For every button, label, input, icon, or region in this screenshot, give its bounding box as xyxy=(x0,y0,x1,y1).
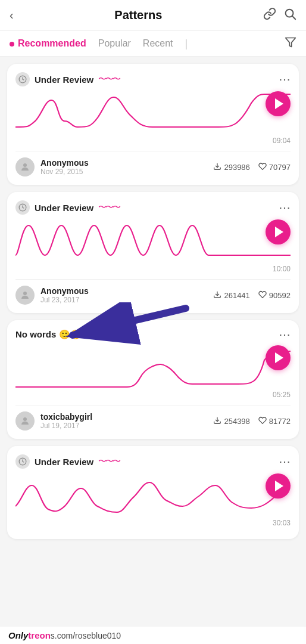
card-header-3: No words 🙂🤭 〜〜〜 ⋯ xyxy=(15,329,291,340)
download-stat-2: 261441 xyxy=(213,290,249,301)
waveform-area-2: 10:00 xyxy=(15,219,291,273)
svg-point-7 xyxy=(23,292,27,295)
play-button-3[interactable] xyxy=(266,345,291,370)
user-name-1: Anonymous xyxy=(40,158,89,168)
header-icons xyxy=(263,7,296,23)
waveform-area-3: 05:25 xyxy=(15,345,291,399)
more-options-3[interactable]: ⋯ xyxy=(279,329,291,340)
cards-list: Under Review 〜〜〜 ⋯ 09:04 Anonymous Nov 2… xyxy=(0,57,306,546)
user-name-2: Anonymous xyxy=(40,286,89,296)
user-date-3: Jul 19, 2017 xyxy=(40,422,92,430)
card-header-4: Under Review 〜〜〜 ⋯ xyxy=(15,454,291,469)
play-button-1[interactable] xyxy=(266,91,291,116)
pattern-card-1: Under Review 〜〜〜 ⋯ 09:04 Anonymous Nov 2… xyxy=(7,64,299,185)
card-footer-1: Anonymous Nov 29, 2015 293986 70797 xyxy=(15,151,291,177)
play-button-2[interactable] xyxy=(266,219,291,244)
duration-3: 05:25 xyxy=(273,391,291,399)
watermark-bar: Onlytreons.com/roseblue010 xyxy=(0,627,306,644)
card-title-2: Under Review xyxy=(35,203,93,213)
more-options-1[interactable]: ⋯ xyxy=(279,73,291,85)
heart-icon-2 xyxy=(258,290,267,301)
card3-wrapper: No words 🙂🤭 〜〜〜 ⋯ 05:25 toxicbabygirl J xyxy=(7,320,299,439)
user-date-2: Jul 23, 2017 xyxy=(40,296,89,304)
wave-decoration-3: 〜〜〜 xyxy=(86,329,108,340)
tab-recommended[interactable]: Recommended xyxy=(10,36,86,51)
card-title-group-1: Under Review 〜〜〜 xyxy=(15,72,120,86)
svg-marker-2 xyxy=(286,38,296,47)
like-stat-2: 90592 xyxy=(258,290,291,301)
avatar-2 xyxy=(15,286,35,305)
play-button-4[interactable] xyxy=(266,473,291,499)
avatar-1 xyxy=(15,157,35,177)
like-count-1: 70797 xyxy=(269,163,291,172)
stats-2: 261441 90592 xyxy=(213,290,291,301)
card-title-group-4: Under Review 〜〜〜 xyxy=(15,454,120,469)
download-count-1: 293986 xyxy=(224,163,249,172)
pattern-card-3: No words 🙂🤭 〜〜〜 ⋯ 05:25 toxicbabygirl J xyxy=(7,320,299,439)
download-icon-2 xyxy=(213,290,221,301)
svg-point-4 xyxy=(23,163,27,167)
like-stat-3: 81772 xyxy=(258,416,291,426)
back-button[interactable]: ‹ xyxy=(10,8,14,22)
waveform-area-4: 30:03 xyxy=(15,473,291,527)
svg-line-1 xyxy=(292,16,295,19)
waveform-svg-2 xyxy=(15,219,291,267)
tab-divider: | xyxy=(185,38,188,50)
user-info-3: toxicbabygirl Jul 19, 2017 xyxy=(40,412,92,430)
search-icon[interactable] xyxy=(283,7,296,23)
user-info-2: Anonymous Jul 23, 2017 xyxy=(40,286,89,304)
more-options-4[interactable]: ⋯ xyxy=(279,456,291,467)
tab-popular[interactable]: Popular xyxy=(98,36,131,51)
card-footer-3: toxicbabygirl Jul 19, 2017 254398 xyxy=(15,405,291,431)
duration-2: 10:00 xyxy=(273,265,291,273)
pattern-card-4: Under Review 〜〜〜 ⋯ 30:03 xyxy=(7,446,299,539)
avatar-3 xyxy=(15,411,35,431)
watermark-url: s.com/roseblue010 xyxy=(51,631,121,640)
stats-3: 254398 81772 xyxy=(213,416,291,426)
download-stat-1: 293986 xyxy=(213,162,249,172)
card-header-2: Under Review 〜〜〜 ⋯ xyxy=(15,200,291,215)
download-icon-1 xyxy=(213,162,221,172)
duration-4: 30:03 xyxy=(273,519,291,527)
card-footer-2: Anonymous Jul 23, 2017 261441 90592 xyxy=(15,279,291,305)
heart-icon-3 xyxy=(258,416,267,426)
card-title-1: Under Review xyxy=(35,75,93,85)
card-title-4: Under Review xyxy=(35,457,93,467)
active-tab-dot xyxy=(10,42,14,47)
status-clock-icon-2 xyxy=(15,200,30,215)
card-title-3: No words 🙂🤭 xyxy=(15,329,82,340)
tab-recent[interactable]: Recent xyxy=(143,36,173,51)
user-info-1: Anonymous Nov 29, 2015 xyxy=(40,158,89,176)
wave-decoration-2: 〜〜〜 xyxy=(98,202,120,213)
watermark-treon: treon xyxy=(28,630,51,640)
status-clock-icon-1 xyxy=(15,72,30,86)
card-title-group-2: Under Review 〜〜〜 xyxy=(15,200,120,215)
card-title-group-3: No words 🙂🤭 〜〜〜 xyxy=(15,329,108,340)
download-count-3: 254398 xyxy=(224,417,249,426)
download-icon-3 xyxy=(213,416,221,426)
user-name-3: toxicbabygirl xyxy=(40,412,92,422)
waveform-svg-4 xyxy=(15,473,291,521)
header: ‹ Patterns xyxy=(0,0,306,31)
like-count-2: 90592 xyxy=(269,291,291,300)
heart-icon-1 xyxy=(258,162,267,172)
duration-1: 09:04 xyxy=(273,137,291,145)
like-count-3: 81772 xyxy=(269,417,291,426)
user-date-1: Nov 29, 2015 xyxy=(40,168,89,176)
wave-decoration-4: 〜〜〜 xyxy=(98,456,120,467)
status-clock-icon-4 xyxy=(15,454,30,469)
download-count-2: 261441 xyxy=(224,291,249,300)
waveform-area-1: 09:04 xyxy=(15,91,291,145)
card-header-1: Under Review 〜〜〜 ⋯ xyxy=(15,72,291,86)
page-title: Patterns xyxy=(114,8,162,22)
svg-point-9 xyxy=(23,417,27,421)
pattern-card-2: Under Review 〜〜〜 ⋯ 10:00 Anonymous Jul 2… xyxy=(7,192,299,313)
wave-decoration-1: 〜〜〜 xyxy=(98,74,120,85)
like-stat-1: 70797 xyxy=(258,162,291,172)
stats-1: 293986 70797 xyxy=(213,162,291,172)
waveform-svg-1 xyxy=(15,91,291,139)
more-options-2[interactable]: ⋯ xyxy=(279,202,291,213)
filter-icon[interactable] xyxy=(285,36,296,51)
download-stat-3: 254398 xyxy=(213,416,249,426)
link-icon[interactable] xyxy=(263,7,276,23)
